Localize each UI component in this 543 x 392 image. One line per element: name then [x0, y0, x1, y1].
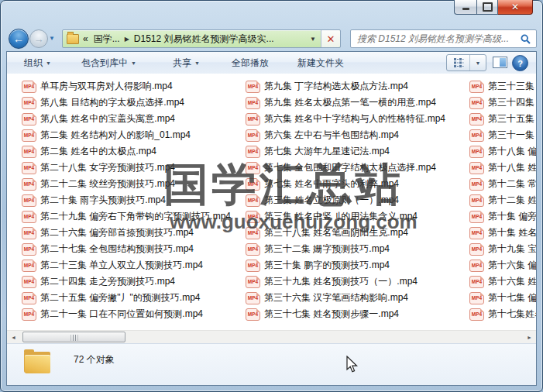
refresh-stop-icon: ✕ [327, 33, 335, 45]
mp4-file-icon: MP4 [246, 260, 260, 272]
file-row[interactable]: MP4第十二集 常见汉 [469, 176, 536, 192]
views-dropdown-icon[interactable]: ▼ [470, 55, 486, 70]
file-row[interactable]: MP4第二十集 雨字头预测技巧.mp4 [22, 192, 245, 208]
change-view-button[interactable]: ▼ [446, 54, 486, 71]
preview-pane-button[interactable] [493, 57, 507, 68]
file-row[interactable]: MP4第十六集 偏旁部 [469, 257, 536, 273]
file-row[interactable]: MP4第六集 姓名中十字结构与人的性格特征.mp4 [246, 111, 469, 127]
views-icon [447, 55, 470, 70]
file-row[interactable]: MP4第十七集姓名中扌 [469, 306, 536, 322]
file-column-2: MP4第九集 丁字结构选太极点方法.mp4MP4第九集 姓名太极点第一笔一横的用… [246, 78, 469, 322]
file-name: 第十七集 偏旁部 [488, 291, 536, 304]
toolbar-share-button[interactable]: 共享 ▼ [170, 52, 203, 74]
breadcrumb-overflow[interactable]: « [83, 33, 88, 44]
file-row[interactable]: MP4第十集 姓名中王 [469, 225, 536, 241]
file-row[interactable]: MP4第二十六集 偏旁部首捺预测技巧.mp4 [22, 225, 245, 241]
file-row[interactable]: MP4第三十六集 汉字笔画结构影响.mp4 [246, 290, 469, 306]
minimize-button[interactable] [454, 0, 476, 15]
file-row[interactable]: MP4第十集 偏旁部首 [469, 208, 536, 225]
mp4-file-icon: MP4 [22, 194, 36, 207]
back-button[interactable]: ← [9, 29, 29, 49]
scroll-left-button[interactable]: ◄ [7, 332, 20, 343]
file-row[interactable]: MP4第三十三集 姓名 [469, 78, 536, 95]
file-row[interactable]: MP4第三十二集 姗字预测技巧.mp4 [246, 241, 469, 257]
file-row[interactable]: MP4第十八集 姓名中 [469, 160, 536, 176]
mp4-file-icon: MP4 [246, 227, 260, 239]
maximize-button[interactable] [476, 0, 498, 15]
search-box [350, 29, 537, 48]
mp4-file-icon: MP4 [246, 146, 260, 158]
file-row[interactable]: MP4第七集 大游年九星速记法.mp4 [246, 143, 469, 160]
file-row[interactable]: MP4第二集 姓名中的太极点.mp4 [22, 143, 245, 160]
address-bar[interactable]: « 国学... ▶ D1512 刘易铭姓名预测学高级实... ▼ ✕ [62, 29, 341, 48]
forward-button[interactable]: → [29, 29, 48, 48]
mp4-file-icon: MP4 [246, 178, 260, 191]
file-row[interactable]: MP4第三十七集 姓名预测步骤一.mp4 [246, 306, 469, 322]
toolbar-dropdown-icon: ▼ [46, 60, 51, 66]
file-row[interactable]: MP4第十七集 偏旁部 [469, 290, 536, 306]
mp4-file-icon: MP4 [246, 308, 260, 321]
file-row[interactable]: MP4第三十九集 姓名预测技巧（一）.mp4 [246, 273, 469, 290]
file-row[interactable]: MP4第三十四集 六亲 [469, 95, 536, 111]
file-name: 第二十四集 走之旁预测技巧.mp4 [40, 275, 175, 288]
file-row[interactable]: MP4第二十九集 偏旁右下角带钩的字预测技巧.mp4 [22, 208, 245, 225]
toolbar-organize-button[interactable]: 组织 ▼ [21, 52, 54, 74]
file-row[interactable]: MP4第九集 姓名太极点第一笔一横的用意.mp4 [246, 95, 469, 111]
file-list[interactable]: MP4单耳房与双耳房对人得影响.mp4MP4第八集 目结构的字太极点选择.mp4… [7, 74, 536, 331]
file-row[interactable]: MP4第十六集 姓名中 [469, 273, 536, 290]
mp4-file-icon: MP4 [22, 211, 36, 223]
scroll-right-button[interactable]: ► [523, 332, 536, 343]
file-row[interactable]: MP4第十八集 偏旁部 [469, 143, 536, 160]
file-row[interactable]: MP4第三十八集 姓名笔画阴阳生克.mp4 [246, 225, 469, 241]
help-button[interactable]: ? [512, 55, 528, 71]
file-name: 第三十三集 姓名 [488, 80, 536, 93]
file-row[interactable]: MP4第三十一集 姗字 [469, 127, 536, 143]
client-area: 组织 ▼ 包含到库中 ▼ 共享 ▼ 全部播放 新建文件夹 [6, 51, 537, 386]
toolbar-dropdown-icon: ▼ [194, 60, 200, 66]
file-row[interactable]: MP4第三十五集 同名 [469, 111, 536, 127]
file-row[interactable]: MP4第二十四集 走之旁预测技巧.mp4 [22, 273, 245, 290]
file-row[interactable]: MP4第二十三集 单立人双立人预测技巧.mp4 [22, 257, 245, 273]
folder-icon [24, 349, 52, 374]
file-row[interactable]: MP4第八集 姓名中的宝盖头寓意.mp4 [22, 111, 245, 127]
toolbar-new-folder-button[interactable]: 新建文件夹 [294, 52, 347, 74]
close-button[interactable]: ✕ [498, 0, 533, 15]
file-row[interactable]: MP4第二十七集 全包围结构预测技巧.mp4 [22, 241, 245, 257]
file-row[interactable]: MP4第十九集 宝盖头 [469, 241, 536, 257]
toolbar-play-all-button[interactable]: 全部播放 [229, 52, 272, 74]
file-name: 第二十九集 偏旁右下角带钩的字预测技巧.mp4 [40, 210, 231, 223]
nav-history-chevron-icon[interactable]: ▼ [49, 35, 55, 42]
mp4-file-icon: MP4 [469, 194, 484, 207]
file-row[interactable]: MP4第三集 姓名中竖刂的用法集含义.mp4 [246, 208, 469, 225]
file-row[interactable]: MP4第七集 姓名中雨字头的利弊.mp4 [246, 176, 469, 192]
file-row[interactable]: MP4第八集 目结构的字太极点选择.mp4 [22, 95, 245, 111]
mp4-file-icon: MP4 [22, 260, 36, 272]
mp4-file-icon: MP4 [246, 276, 260, 288]
toolbar-include-in-library-button[interactable]: 包含到库中 ▼ [78, 52, 139, 74]
file-row[interactable]: MP4第二十八集 女字旁预测技巧.mp4 [22, 160, 245, 176]
file-row[interactable]: MP4第二十一集 口在不同位置如何预测.mp4 [22, 306, 245, 322]
mp4-file-icon: MP4 [469, 178, 484, 191]
mp4-file-icon: MP4 [246, 243, 260, 256]
breadcrumb-parent[interactable]: 国学... [94, 33, 120, 46]
refresh-stop-button[interactable]: ✕ [321, 30, 340, 47]
scrollbar-thumb[interactable] [22, 332, 125, 342]
file-row[interactable]: MP4第九集 丁字结构选太极点方法.mp4 [246, 78, 469, 95]
file-name: 第七集 大游年九星速记法.mp4 [264, 145, 390, 158]
file-row[interactable]: MP4第十二集 姓名女 [469, 192, 536, 208]
mp4-file-icon: MP4 [469, 162, 484, 174]
file-row[interactable]: MP4第七集 全包围和田字结构太极点选择.mp4 [246, 160, 469, 176]
file-row[interactable]: MP4第三集 姓名立极原则（一）.mp4 [246, 192, 469, 208]
search-input[interactable] [351, 33, 521, 44]
breadcrumb-current[interactable]: D1512 刘易铭姓名预测学高级实... [134, 33, 274, 46]
file-row[interactable]: MP4第六集 左中右与半包围结构.mp4 [246, 127, 469, 143]
file-name: 第二集 姓名中的太极点.mp4 [40, 145, 156, 158]
horizontal-scrollbar[interactable]: ◄ ► [7, 330, 536, 344]
file-row[interactable]: MP4第三十集 鹏字的预测技巧.mp4 [246, 257, 469, 273]
file-row[interactable]: MP4单耳房与双耳房对人得影响.mp4 [22, 78, 245, 95]
file-row[interactable]: MP4第二十二集 绞丝旁预测技巧.mp4 [22, 176, 245, 192]
address-dropdown-icon[interactable]: ▼ [305, 36, 321, 43]
mp4-file-icon: MP4 [469, 113, 484, 126]
file-row[interactable]: MP4第二集 姓名结构对人的影响_01.mp4 [22, 127, 245, 143]
file-row[interactable]: MP4第二十五集 偏旁撇"丿"的预测技巧.mp4 [22, 290, 245, 306]
